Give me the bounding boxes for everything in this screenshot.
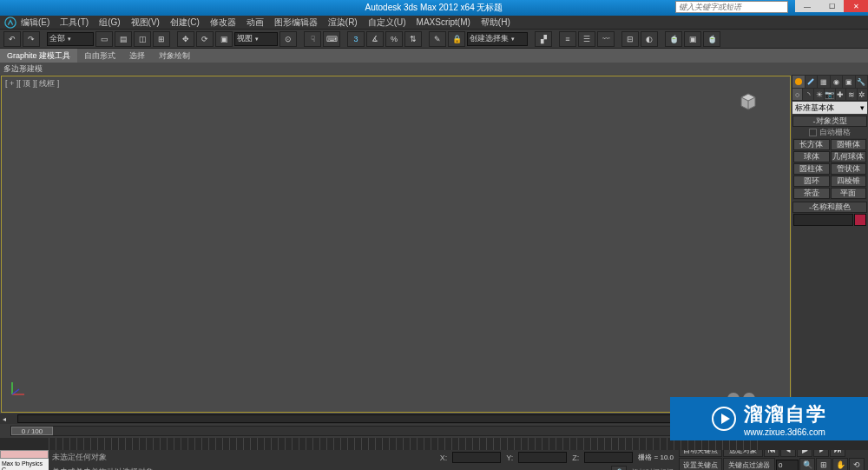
viewcube[interactable] <box>736 90 760 111</box>
time-slider-thumb[interactable]: 0 / 100 <box>11 427 53 435</box>
namedsel-edit-button[interactable]: ✎ <box>429 31 446 47</box>
maxscript-mini-listener[interactable]: Max to Physics C <box>0 459 49 470</box>
pivot-button[interactable]: ⊙ <box>279 31 297 47</box>
menu-grapheditors[interactable]: 图形编辑器 <box>274 17 318 29</box>
zoom-button[interactable]: 🔍 <box>799 458 815 470</box>
menu-view[interactable]: 视图(V) <box>131 17 160 29</box>
menu-animation[interactable]: 动画 <box>247 17 264 29</box>
prim-teapot[interactable]: 茶壶 <box>793 188 830 199</box>
schematic-button[interactable]: ⊟ <box>621 31 639 47</box>
material-editor-button[interactable]: ◐ <box>641 31 658 47</box>
help-search-input[interactable] <box>675 1 788 13</box>
prim-cylinder[interactable]: 圆柱体 <box>793 163 830 175</box>
orbit-button[interactable]: ⟲ <box>849 458 865 470</box>
coord-z-input[interactable] <box>584 452 633 463</box>
menu-tools[interactable]: 工具(T) <box>60 17 89 29</box>
layers-button[interactable]: ☰ <box>578 31 595 47</box>
undo-button[interactable]: ↶ <box>3 31 21 47</box>
menu-group[interactable]: 组(G) <box>99 17 120 29</box>
tab-create[interactable] <box>792 76 805 88</box>
subtab-cameras[interactable]: 📷 <box>825 89 834 100</box>
close-button[interactable]: ✕ <box>844 0 868 12</box>
move-button[interactable]: ✥ <box>177 31 194 47</box>
keyfilters-button[interactable]: 关键点过滤器 <box>723 458 775 470</box>
menu-help[interactable]: 帮助(H) <box>481 17 510 29</box>
app-logo[interactable] <box>2 16 19 30</box>
mirror-button[interactable]: ▞ <box>535 31 552 47</box>
tab-modify[interactable] <box>806 76 818 88</box>
prim-box[interactable]: 长方体 <box>793 139 830 150</box>
render-setup-button[interactable]: 🍵 <box>665 31 682 47</box>
tab-utilities[interactable]: 🔧 <box>856 76 868 88</box>
subtab-lights[interactable]: ☀ <box>814 89 824 100</box>
menu-rendering[interactable]: 渲染(R) <box>328 17 358 29</box>
scroll-left-arrow[interactable]: ◂ <box>0 415 9 423</box>
window-crossing-button[interactable]: ⊞ <box>153 31 170 47</box>
prim-pyramid[interactable]: 四棱锥 <box>831 175 867 187</box>
spinner-snap-button[interactable]: ⇅ <box>404 31 422 47</box>
subtab-helpers[interactable]: ✚ <box>836 89 845 100</box>
maximize-button[interactable]: ☐ <box>819 0 844 12</box>
setkey-button[interactable]: 设置关键点 <box>679 458 722 470</box>
menu-customize[interactable]: 自定义(U) <box>368 17 406 29</box>
prim-plane[interactable]: 平面 <box>831 188 867 199</box>
named-selection-dropdown[interactable]: 创建选择集 <box>467 32 528 46</box>
keymode-button[interactable]: ⌨ <box>323 31 340 47</box>
selection-filter-dropdown[interactable]: 全部 <box>47 32 94 46</box>
select-button[interactable]: ▭ <box>95 31 113 47</box>
subtab-spacewarps[interactable]: ≋ <box>846 89 856 100</box>
scale-button[interactable]: ▣ <box>215 31 233 47</box>
menu-edit[interactable]: 编辑(E) <box>21 17 49 29</box>
namedsel-lock-button[interactable]: 🔒 <box>448 31 465 47</box>
snap-button[interactable]: 3 <box>347 31 365 47</box>
menu-maxscript[interactable]: MAXScript(M) <box>417 17 470 27</box>
menu-create[interactable]: 创建(C) <box>170 17 200 29</box>
ribbon-panel-polymodel[interactable]: 多边形建模 <box>3 63 43 75</box>
refcoord-dropdown[interactable]: 视图 <box>234 32 278 46</box>
manipulate-button[interactable]: ☟ <box>304 31 321 47</box>
select-name-button[interactable]: ▤ <box>115 31 132 47</box>
minimize-button[interactable]: — <box>795 0 819 12</box>
subtab-shapes[interactable]: ◝ <box>803 89 812 100</box>
pan-button[interactable]: ✋ <box>832 458 848 470</box>
object-color-swatch[interactable] <box>854 214 866 226</box>
rollout-header-objtype[interactable]: - 对象类型 <box>792 116 867 127</box>
viewport-label[interactable]: [ + ][ 顶 ][ 线框 ] <box>5 78 59 89</box>
rotate-button[interactable]: ⟳ <box>196 31 214 47</box>
percent-snap-button[interactable]: % <box>385 31 403 47</box>
ribbon-tab-paint[interactable]: 对象绘制 <box>152 49 197 63</box>
autogrid-checkbox[interactable]: 自动栅格 <box>792 127 867 138</box>
geometry-type-dropdown[interactable]: 标准基本体▾ <box>792 102 867 114</box>
prim-tube[interactable]: 管状体 <box>831 163 867 175</box>
align-button[interactable]: ≡ <box>559 31 576 47</box>
subtab-geometry[interactable]: ○ <box>792 89 802 100</box>
viewport[interactable]: [ + ][ 顶 ][ 线框 ] <box>1 76 791 413</box>
lock-selection-button[interactable]: 🔒 <box>611 466 627 471</box>
tab-motion[interactable]: ◉ <box>831 76 843 88</box>
render-frame-button[interactable]: ▣ <box>684 31 701 47</box>
curve-editor-button[interactable]: 〰 <box>597 31 615 47</box>
ribbon-tab-freeform[interactable]: 自由形式 <box>77 49 122 63</box>
prim-torus[interactable]: 圆环 <box>793 175 830 187</box>
command-panel: ▦ ◉ ▣ 🔧 ○ ◝ ☀ 📷 ✚ ≋ ✲ 标准基本体▾ - 对象类型 自动栅格… <box>792 75 868 414</box>
object-name-input[interactable] <box>793 214 853 226</box>
render-button[interactable]: 🍵 <box>703 31 720 47</box>
prim-cone[interactable]: 圆锥体 <box>831 139 867 150</box>
ribbon-tab-selection[interactable]: 选择 <box>122 49 152 63</box>
prim-geosphere[interactable]: 几何球体 <box>831 151 867 162</box>
tab-display[interactable]: ▣ <box>843 76 855 88</box>
coord-y-input[interactable] <box>518 452 567 463</box>
coord-x-input[interactable] <box>452 452 501 463</box>
tab-hierarchy[interactable]: ▦ <box>818 76 830 88</box>
prim-sphere[interactable]: 球体 <box>793 151 830 162</box>
select-region-button[interactable]: ◫ <box>134 31 151 47</box>
subtab-systems[interactable]: ✲ <box>858 89 867 100</box>
redo-button[interactable]: ↷ <box>23 31 40 47</box>
current-frame-input[interactable]: 0 <box>776 460 799 471</box>
zoom-all-button[interactable]: ⊞ <box>816 458 832 470</box>
menu-modifiers[interactable]: 修改器 <box>210 17 236 29</box>
angle-snap-button[interactable]: ∡ <box>366 31 384 47</box>
ribbon-tab-graphite[interactable]: Graphite 建模工具 <box>0 49 77 63</box>
trackview-mini[interactable] <box>0 450 49 459</box>
rollout-header-namecolor[interactable]: - 名称和颜色 <box>792 202 867 213</box>
